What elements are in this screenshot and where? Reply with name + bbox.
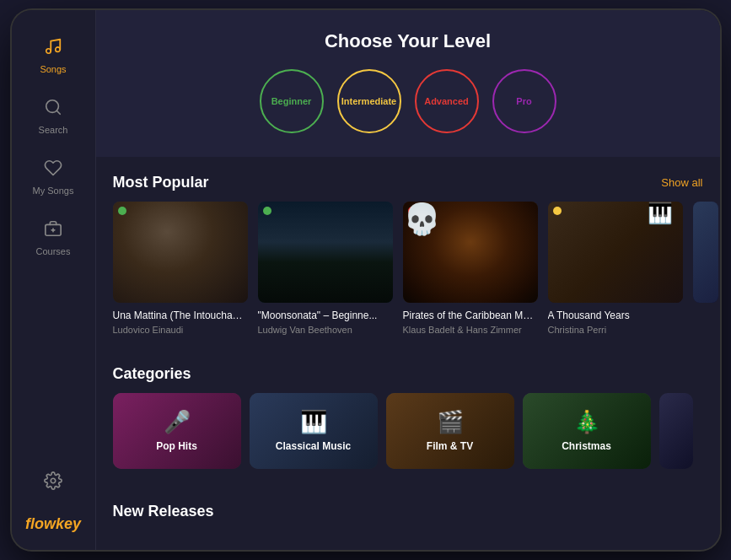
sidebar-item-songs[interactable]: Songs <box>19 27 87 84</box>
svg-point-1 <box>56 47 61 51</box>
song-artist: Ludwig Van Beethoven <box>258 325 393 335</box>
new-releases-title: New Releases <box>113 503 214 520</box>
intermediate-button[interactable]: Intermediate <box>337 69 401 133</box>
category-christmas[interactable]: 🎄 Christmas <box>523 393 651 469</box>
song-card[interactable]: 💀 Pirates of the Caribbean Medl... Klaus… <box>403 202 538 335</box>
courses-icon <box>44 219 62 243</box>
advanced-button[interactable]: Advanced <box>415 69 479 133</box>
song-thumbnail <box>693 202 718 303</box>
level-section: Choose Your Level Beginner Intermediate … <box>96 10 720 157</box>
sidebar-item-courses[interactable]: Courses <box>19 209 87 267</box>
level-title: Choose Your Level <box>113 30 703 52</box>
song-card[interactable]: Una Mattina (The Intouchables) Ludovico … <box>113 202 248 335</box>
song-thumbnail <box>258 202 393 303</box>
classical-icon: 🎹 <box>300 409 327 435</box>
song-card-partial <box>693 202 718 335</box>
gear-icon <box>44 471 62 495</box>
song-card[interactable]: "Moonsonata" – Beginne... Ludwig Van Bee… <box>258 202 393 335</box>
film-tv-icon: 🎬 <box>437 409 464 435</box>
beginner-button[interactable]: Beginner <box>260 69 324 133</box>
level-buttons: Beginner Intermediate Advanced Pro <box>113 69 703 133</box>
main-content: Choose Your Level Beginner Intermediate … <box>96 10 720 550</box>
show-all-popular[interactable]: Show all <box>661 176 702 189</box>
category-film-tv[interactable]: 🎬 Film & TV <box>386 393 514 469</box>
song-thumbnail: 🎹 <box>548 202 683 303</box>
svg-point-6 <box>51 478 56 483</box>
sidebar-item-my-songs[interactable]: My Songs <box>19 148 87 206</box>
most-popular-section: Most Popular Show all Una Mattina (The I… <box>96 157 720 348</box>
song-thumbnail <box>113 202 248 303</box>
song-name: A Thousand Years <box>548 310 683 323</box>
song-thumbnail: 💀 <box>403 202 538 303</box>
song-card[interactable]: 🎹 A Thousand Years Christina Perri <box>548 202 683 335</box>
category-label: Film & TV <box>427 440 473 452</box>
category-label: Pop Hits <box>156 440 197 452</box>
songs-scroll: Una Mattina (The Intouchables) Ludovico … <box>96 202 720 348</box>
song-level-badge <box>553 207 562 215</box>
sidebar-songs-label: Songs <box>40 64 66 74</box>
new-releases-section: New Releases <box>96 486 720 530</box>
sidebar-item-settings[interactable] <box>19 461 87 505</box>
pop-hits-icon: 🎤 <box>164 409 191 435</box>
christmas-icon: 🎄 <box>573 409 600 435</box>
categories-title: Categories <box>113 365 191 383</box>
sidebar: Songs Search My Songs Courses flowke <box>12 10 96 550</box>
song-name: Pirates of the Caribbean Medl... <box>403 310 538 323</box>
song-name: Una Mattina (The Intouchables) <box>113 310 248 323</box>
category-games-partial <box>659 393 693 469</box>
song-artist: Christina Perri <box>548 325 683 335</box>
app-device: Songs Search My Songs Courses flowke <box>12 10 720 550</box>
most-popular-title: Most Popular <box>113 174 209 191</box>
app-logo: flowkey <box>25 515 81 533</box>
pro-button[interactable]: Pro <box>492 69 556 133</box>
category-pop-hits[interactable]: 🎤 Pop Hits <box>113 393 241 469</box>
categories-header: Categories <box>96 348 720 393</box>
sidebar-item-search[interactable]: Search <box>19 88 87 145</box>
song-name: "Moonsonata" – Beginne... <box>258 310 393 323</box>
song-level-badge <box>118 207 126 215</box>
song-level-badge <box>263 207 271 215</box>
sidebar-my-songs-label: My Songs <box>33 186 74 196</box>
song-artist: Klaus Badelt & Hans Zimmer <box>403 325 538 335</box>
search-icon <box>44 98 62 121</box>
category-label: Classical Music <box>276 440 351 452</box>
most-popular-header: Most Popular Show all <box>96 157 720 202</box>
categories-section: Categories 🎤 Pop Hits 🎹 Classical Music … <box>96 348 720 486</box>
song-artist: Ludovico Einaudi <box>113 325 248 335</box>
music-note-icon <box>44 37 62 61</box>
new-releases-header: New Releases <box>96 486 720 530</box>
category-label: Christmas <box>562 440 611 452</box>
sidebar-search-label: Search <box>39 125 68 135</box>
category-classical[interactable]: 🎹 Classical Music <box>250 393 378 469</box>
sidebar-courses-label: Courses <box>36 246 71 256</box>
categories-scroll: 🎤 Pop Hits 🎹 Classical Music 🎬 Film & TV… <box>96 393 720 486</box>
heart-icon <box>44 159 62 182</box>
